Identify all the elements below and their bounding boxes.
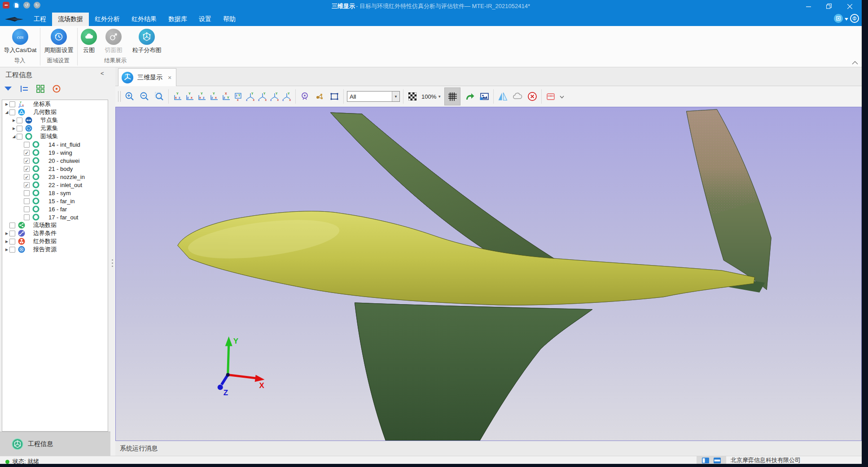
tree-item-checkbox[interactable] [17,118,22,123]
tree-item[interactable]: 17 - far_out [2,213,108,221]
tree-item[interactable]: ✓19 - wing [2,148,108,157]
list-collapse-icon[interactable] [19,83,30,94]
remove-icon[interactable] [526,91,538,102]
dropdown-caret[interactable] [845,14,848,22]
tree-item[interactable]: ▶边界条件 [2,229,108,237]
viewport-3d[interactable]: Y X Z [115,107,862,441]
tree-item[interactable]: ✓23 - nozzle_in [2,173,108,181]
opacity-zoom-dropdown[interactable]: 100% ▼ [421,93,441,100]
expand-arrow-icon[interactable]: ▶ [4,102,9,106]
tab-3d-view[interactable]: 三维显示 × [118,68,176,86]
tree-item-checkbox[interactable]: ✓ [24,174,30,180]
view-frame-zyx[interactable]: zYx [232,91,244,102]
periodic-face-button[interactable]: 周期面设置 [41,28,77,54]
system-message-bar[interactable]: 系统运行消息 [115,441,862,456]
checkerboard-icon[interactable] [407,91,418,102]
expand-arrow-icon[interactable]: ▶ [11,118,17,122]
new-document-icon[interactable] [13,2,20,9]
menu-tab-hongwaijieguo[interactable]: 红外结果 [126,13,162,26]
theme-icon[interactable] [850,14,859,23]
tree-item-checkbox[interactable] [24,190,30,196]
layout-left-icon[interactable] [702,458,709,463]
view-iso-1[interactable]: Yxz [245,91,256,102]
expand-arrow-icon[interactable]: ▶ [4,231,9,236]
tree-item[interactable]: 18 - sym [2,189,108,197]
tree-item[interactable]: ◢面域集 [2,132,108,140]
tree-item-checkbox[interactable] [17,134,22,140]
menu-tab-liuchangshuju[interactable]: 流场数据 [52,13,89,26]
tree-item[interactable]: ▶节点集 [2,116,108,124]
molecule-icon[interactable] [314,91,325,102]
menu-tab-gongcheng[interactable]: 工程 [28,13,52,26]
display-filter-combobox[interactable]: All ▼ [347,91,400,102]
panel-splitter[interactable] [112,259,114,267]
close-button[interactable] [839,0,860,13]
tree-item-checkbox[interactable] [9,101,15,107]
tree-item[interactable]: 流场数据 [2,221,108,229]
tree-item[interactable]: ▶Yzx坐标系 [2,100,108,108]
tree-item-checkbox[interactable] [17,126,22,131]
tree-item-checkbox[interactable] [9,223,15,228]
expand-arrow-icon[interactable]: ▶ [4,248,9,252]
tree-item[interactable]: ✓21 - body [2,165,108,173]
expand-arrow-icon[interactable]: ▶ [11,127,17,131]
layout-band-icon[interactable] [714,458,721,463]
import-casdat-button[interactable]: cas 导入Cas/Dat [1,28,39,54]
snapshot-icon[interactable] [478,91,490,102]
package-icon[interactable] [545,91,557,102]
tree-item-checkbox[interactable]: ✓ [24,150,30,156]
filter-icon[interactable] [3,83,13,94]
view-iso-3[interactable]: Yxz [269,91,280,102]
tree-item-checkbox[interactable]: ✓ [24,158,30,164]
tree-item[interactable]: 16 - far [2,205,108,213]
expand-arrow-icon[interactable]: ◢ [4,110,9,114]
chevron-down-icon[interactable] [560,92,564,100]
ribbon-collapse-icon[interactable] [852,58,858,66]
tree-item-checkbox[interactable] [9,247,15,253]
view-xz-y2[interactable]: Yxz [196,91,207,102]
target-icon[interactable] [51,83,62,94]
tab-close-icon[interactable]: × [168,74,171,81]
cloud-outline-icon[interactable] [512,91,523,102]
tree-item-checkbox[interactable] [24,214,30,220]
tree-item[interactable]: 14 - int_fluid [2,140,108,148]
minimize-button[interactable] [798,0,819,13]
tree-item-checkbox[interactable] [9,109,15,115]
tree-item[interactable]: ✓20 - chuiwei [2,157,108,165]
toolbar-grip[interactable] [118,91,121,102]
tree-item[interactable]: ▶元素集 [2,124,108,132]
zoom-in-icon[interactable] [124,91,136,102]
tree-item[interactable]: ✓22 - inlet_out [2,181,108,189]
view-zy-x[interactable]: XzY [220,91,232,102]
undo-icon[interactable]: ↺ [23,2,30,9]
expand-arrow-icon[interactable]: ▶ [4,240,9,244]
camera-icon[interactable] [299,91,311,102]
tree-item[interactable]: ▶报告资源 [2,245,108,253]
tree-item-checkbox[interactable] [24,198,30,204]
tree-item-checkbox[interactable] [9,231,15,236]
tree-item[interactable]: ◢几何数据 [2,108,108,116]
menu-tab-shezhi[interactable]: 设置 [193,13,217,26]
selection-frame-icon[interactable] [329,91,340,102]
view-zx-y[interactable]: Yzx [184,91,195,102]
window-switch-icon[interactable] [834,14,843,23]
zoom-out-icon[interactable] [139,91,150,102]
tree-item-checkbox[interactable]: ✓ [24,166,30,172]
view-zx-y2[interactable]: Yzx [208,91,219,102]
particle-distribution-button[interactable]: 粒子分布图 [127,28,166,54]
mesh-grid-toggle[interactable] [444,87,460,105]
app-logo[interactable] [3,2,9,9]
zoom-fit-icon[interactable] [153,91,165,102]
tree-item-checkbox[interactable] [24,142,30,148]
mirror-icon[interactable] [497,91,509,102]
menu-tab-hongwaifenxi[interactable]: 红外分析 [89,13,126,26]
grid-icon[interactable] [35,83,46,94]
menu-tab-shujuku[interactable]: 数据库 [162,13,193,26]
tree-item-checkbox[interactable]: ✓ [24,182,30,188]
view-iso-4[interactable]: Yxz [281,91,292,102]
tree-item-checkbox[interactable] [24,206,30,212]
view-xz-y[interactable]: Yxz [172,91,183,102]
menu-tab-bangzhu[interactable]: 帮助 [217,13,241,26]
redo-icon[interactable]: ↻ [34,2,40,9]
expand-arrow-icon[interactable]: ◢ [11,134,17,139]
